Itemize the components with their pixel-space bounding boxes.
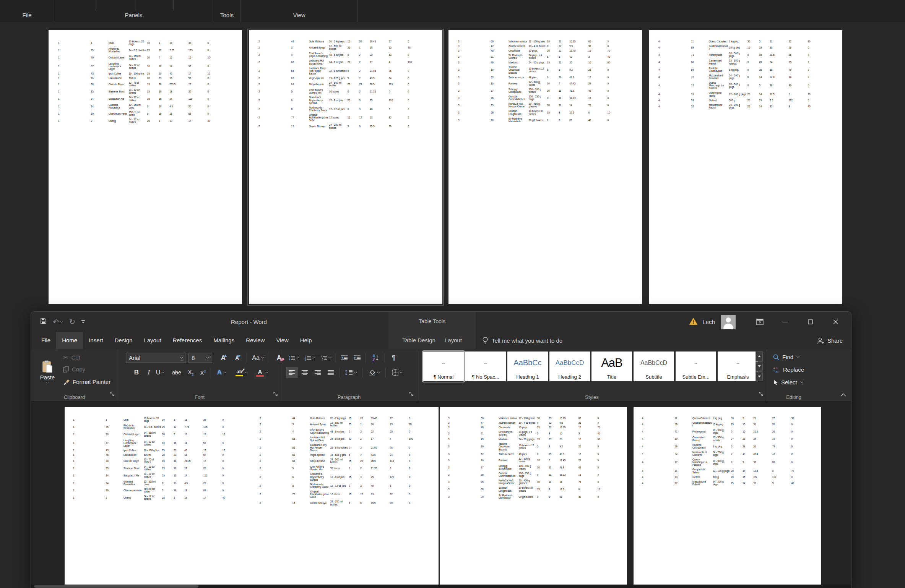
ribbon-tab-layout[interactable]: Layout bbox=[138, 332, 167, 349]
collapse-ribbon-button[interactable] bbox=[840, 391, 846, 398]
text-effects-button[interactable]: A bbox=[214, 367, 230, 378]
line-spacing-button[interactable] bbox=[343, 367, 359, 378]
document-page-1[interactable]: 11Chai10 boxes x 20 bags10118390175Rhönb… bbox=[49, 30, 242, 304]
style-card-heading-1[interactable]: AaBbCcHeading 1 bbox=[507, 352, 548, 381]
align-center-button[interactable] bbox=[299, 367, 310, 378]
font-color-button[interactable]: A bbox=[253, 367, 271, 378]
ribbon-tab-home[interactable]: Home bbox=[56, 332, 83, 349]
style-card-heading-2[interactable]: AaBbCcDHeading 2 bbox=[549, 352, 590, 381]
style-card-emphasis[interactable]: --Emphasis bbox=[718, 352, 758, 381]
shading-button[interactable] bbox=[366, 367, 383, 378]
maximize-button[interactable] bbox=[798, 312, 823, 332]
ribbon-tab-design[interactable]: Design bbox=[109, 332, 138, 349]
menu-item-file[interactable]: File bbox=[0, 0, 54, 22]
document-page-2-focused[interactable]: 244Gula Malacca20 - 2 kg bags152019.4527… bbox=[249, 30, 442, 304]
close-button[interactable] bbox=[823, 312, 848, 332]
grow-font-button[interactable]: A bbox=[218, 353, 229, 363]
redo-button[interactable]: ↻ bbox=[69, 318, 75, 326]
styles-scroll-up-button[interactable] bbox=[756, 352, 763, 361]
superscript-button[interactable]: X2 bbox=[198, 367, 208, 378]
undo-button[interactable]: ↶ bbox=[53, 318, 63, 326]
horizontal-scrollbar[interactable] bbox=[31, 585, 851, 588]
ribbon-tab-layout-contextual[interactable]: Layout bbox=[440, 332, 466, 349]
minimize-button[interactable] bbox=[772, 312, 798, 332]
table-cell-quantity_per_unit: 20 - 450 g glasses bbox=[529, 103, 540, 108]
table-cell-category_id: 2 bbox=[260, 484, 261, 487]
sort-button[interactable]: AZ bbox=[369, 353, 382, 363]
word-document-canvas[interactable]: 11Chai10 boxes x 20 bags10118390175Rhönb… bbox=[31, 402, 851, 588]
document-page-3[interactable]: 350Valkoinen suklaa12 - 100 g bars302316… bbox=[448, 30, 642, 304]
title-bar[interactable]: ↶ ↻ Report - Word Table Tools Lech bbox=[31, 312, 851, 332]
bullets-button[interactable] bbox=[287, 353, 301, 363]
subscript-button[interactable]: X2 bbox=[185, 367, 196, 378]
format-painter-button[interactable]: Format Painter bbox=[63, 378, 110, 385]
ribbon-display-options-button[interactable] bbox=[747, 312, 772, 332]
style-card--normal[interactable]: --¶ Normal bbox=[423, 352, 464, 381]
increase-indent-button[interactable] bbox=[352, 353, 363, 363]
ribbon-tab-table-design-contextual[interactable]: Table Design bbox=[398, 332, 440, 349]
menu-item-panels[interactable]: Panels bbox=[54, 0, 213, 22]
word-page-3[interactable]: 350Valkoinen suklaa12 - 100 g bars302316… bbox=[440, 407, 627, 588]
table-cell-quantity_per_unit: 24 - 250 ml bottles bbox=[329, 124, 341, 129]
table-cell-units_on_order: 0 bbox=[607, 89, 609, 92]
font-size-combo[interactable]: 8 bbox=[188, 353, 212, 363]
styles-dialog-launcher[interactable] bbox=[759, 392, 764, 398]
italic-button[interactable]: I bbox=[143, 367, 154, 378]
table-cell-category_id: 1 bbox=[73, 474, 75, 477]
align-left-button[interactable] bbox=[286, 367, 297, 378]
table-cell-product_name: NuNuCa Nuß-Nougat-Creme bbox=[499, 479, 515, 485]
change-case-button[interactable]: Aa bbox=[250, 353, 266, 363]
customize-quick-access-button[interactable] bbox=[81, 319, 86, 326]
word-page-4[interactable]: 411Queso Cabrales1 kg pkg.305212230469Gu… bbox=[634, 407, 821, 588]
clipboard-dialog-launcher[interactable] bbox=[110, 392, 115, 398]
ribbon-tab-file[interactable]: File bbox=[36, 332, 56, 349]
style-card-subtle-em-[interactable]: --Subtle Em... bbox=[676, 352, 716, 381]
styles-scroll-down-button[interactable] bbox=[756, 361, 763, 371]
text-highlight-button[interactable]: ab bbox=[233, 367, 250, 378]
shrink-font-button[interactable]: A bbox=[231, 353, 243, 363]
avatar[interactable] bbox=[721, 315, 736, 329]
word-page-1[interactable]: 11Chai10 boxes x 20 bags10118390175Rhönb… bbox=[65, 407, 252, 588]
menu-item-tools[interactable]: Tools bbox=[213, 0, 241, 22]
style-card-title[interactable]: AaBTitle bbox=[591, 352, 632, 381]
styles-more-button[interactable] bbox=[756, 371, 763, 381]
style-card-subtitle[interactable]: AaBbCcDSubtitle bbox=[634, 352, 674, 381]
warning-icon[interactable] bbox=[689, 317, 698, 327]
word-page-2[interactable]: 244Gula Malacca20 - 2 kg bags152019.4527… bbox=[251, 407, 439, 588]
ribbon-tab-mailings[interactable]: Mailings bbox=[208, 332, 240, 349]
menu-item-view[interactable]: View bbox=[241, 0, 358, 22]
save-button[interactable] bbox=[40, 318, 47, 326]
copy-button[interactable]: Copy bbox=[63, 366, 85, 373]
ribbon-tab-references[interactable]: References bbox=[167, 332, 208, 349]
share-button[interactable]: Share bbox=[817, 332, 843, 349]
paragraph-dialog-launcher[interactable] bbox=[409, 392, 414, 398]
find-button[interactable]: Find bbox=[773, 354, 799, 360]
font-name-combo[interactable]: Arial bbox=[126, 353, 186, 363]
select-button[interactable]: Select bbox=[773, 379, 803, 386]
style-card--no-spac-[interactable]: --¶ No Spac... bbox=[465, 352, 506, 381]
cut-button[interactable]: ✂ Cut bbox=[63, 354, 80, 361]
decrease-indent-button[interactable] bbox=[339, 353, 350, 363]
replace-button[interactable]: abac Replace bbox=[773, 366, 804, 373]
table-cell-category_id: 4 bbox=[642, 470, 643, 472]
strikethrough-button[interactable]: abe bbox=[170, 367, 183, 378]
multilevel-list-button[interactable]: 1ai bbox=[319, 353, 333, 363]
ribbon-tab-help[interactable]: Help bbox=[294, 332, 318, 349]
justify-button[interactable] bbox=[325, 367, 336, 378]
horizontal-scrollbar-thumb[interactable] bbox=[34, 585, 198, 588]
borders-button[interactable] bbox=[388, 367, 406, 378]
bold-button[interactable]: B bbox=[131, 367, 142, 378]
document-page-4[interactable]: 411Queso Cabrales1 kg pkg.305212230469Gu… bbox=[649, 30, 842, 304]
signed-in-user[interactable]: Lech bbox=[702, 319, 715, 325]
ribbon-tab-review[interactable]: Review bbox=[240, 332, 270, 349]
paste-button[interactable]: Paste bbox=[36, 352, 59, 392]
ribbon-tab-view[interactable]: View bbox=[270, 332, 294, 349]
show-hide-formatting-button[interactable]: ¶ bbox=[388, 353, 399, 363]
numbering-button[interactable]: 123 bbox=[303, 353, 317, 363]
table-cell-units_on_order: 0 bbox=[808, 46, 809, 49]
ribbon-tab-insert[interactable]: Insert bbox=[83, 332, 109, 349]
underline-button[interactable]: U bbox=[155, 367, 166, 378]
align-right-button[interactable] bbox=[312, 367, 323, 378]
font-dialog-launcher[interactable] bbox=[273, 392, 278, 398]
tell-me-box[interactable]: Tell me what you want to do bbox=[482, 332, 562, 349]
